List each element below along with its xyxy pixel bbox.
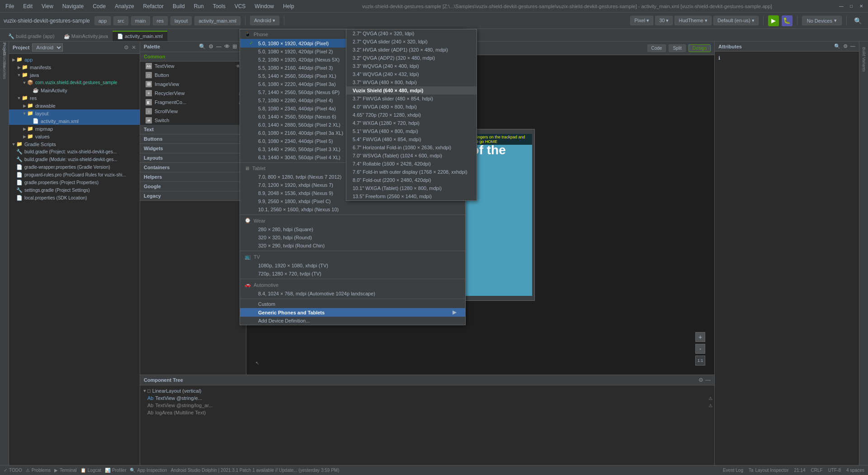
submenu-item-qvga27[interactable]: 2.7" QVGA (240 × 320, ldpi) <box>346 29 476 38</box>
zoom-in-button[interactable]: + <box>695 332 705 342</box>
palette-category-helpers[interactable]: Helpers <box>140 172 246 182</box>
palette-category-google[interactable]: Google <box>140 182 246 191</box>
layout-button[interactable]: layout <box>170 16 192 25</box>
minimize-button[interactable]: — <box>838 3 844 10</box>
menu-view[interactable]: View <box>40 2 55 10</box>
submenu-item-qvga-slider27[interactable]: 2.7" QVGA slider (240 × 320, ldpi) <box>346 38 476 46</box>
dropdown-item-add-device[interactable]: Add Device Definition... <box>240 317 465 325</box>
submenu-item-wxga47[interactable]: 4.7" WXGA (1280 × 720, hdpi) <box>346 119 476 127</box>
fps-dropdown[interactable]: 30 ▾ <box>655 16 673 25</box>
menu-code[interactable]: Code <box>91 2 108 10</box>
palette-item-imageview[interactable]: 🖼 ImageView <box>140 80 246 89</box>
theme-dropdown[interactable]: HudTheme ▾ <box>675 16 711 25</box>
submenu-item-wxga101[interactable]: 10.1" WXGA (Tablet) (1280 × 800, mdpi) <box>346 184 476 192</box>
status-line-col[interactable]: 21:14 <box>794 468 805 473</box>
locale-dropdown[interactable]: Default (en-us) ▾ <box>713 16 759 25</box>
view-mode-code[interactable]: Code <box>647 44 666 52</box>
submenu-item-wvga51[interactable]: 5.1" WVGA (480 × 800, mdpi) <box>346 127 476 135</box>
palette-category-common[interactable]: Common <box>140 52 246 62</box>
tree-item-values[interactable]: ▶ 📁 values <box>9 133 140 140</box>
dropdown-item-generic-phones[interactable]: Generic Phones and Tablets ▶ <box>240 308 465 317</box>
submenu-item-fold-out80[interactable]: 8.0" Fold-out (2200 × 2480, 420dpi) <box>346 176 476 184</box>
status-app-inspection[interactable]: 🔍 App Inspection <box>130 468 167 473</box>
dropdown-item-automotive[interactable]: 8.4, 1024 × 768, mdpi (Automotive 1024p … <box>240 290 465 298</box>
project-view-dropdown[interactable]: Android Project <box>32 43 63 52</box>
sidebar-icon-favorites[interactable]: Favorites <box>1 67 8 74</box>
tree-item-settings-gradle[interactable]: 🔧 settings.gradle (Project Settings) <box>9 186 140 194</box>
menu-analyze[interactable]: Analyze <box>113 2 136 10</box>
tree-item-package[interactable]: ▼ 📦 com.vuzix.shield.devkit.gestures_sam… <box>9 79 140 86</box>
menu-tools[interactable]: Tools <box>211 2 227 10</box>
debug-button[interactable]: 🐛 <box>782 15 793 26</box>
submenu-item-fwvga-slider[interactable]: 3.7" FWVGA slider (480 × 854, hdpi) <box>346 95 476 103</box>
tree-item-mainactivity[interactable]: ☕ MainActivity <box>9 86 140 94</box>
view-mode-split[interactable]: Split <box>669 44 685 52</box>
submenu-item-hvga-slider32[interactable]: 3.2" HVGA slider (ADP1) (320 × 480, mdpi… <box>346 46 476 54</box>
palette-item-recyclerview[interactable]: ≡ RecyclerView ↓ <box>140 89 246 98</box>
tree-item-gradle-scripts[interactable]: ▼ 📁 Gradle Scripts <box>9 140 140 148</box>
pixel-dropdown[interactable]: Pixel ▾ <box>630 16 653 25</box>
tree-item-gradle-wrapper[interactable]: 📄 gradle-wrapper.properties (Gradle Vers… <box>9 163 140 171</box>
menu-run[interactable]: Run <box>192 2 206 10</box>
palette-item-button[interactable]: □ Button <box>140 71 246 80</box>
dropdown-item-square[interactable]: 280 × 280, hdpi (Square) <box>240 225 465 233</box>
attributes-minimize-icon[interactable]: — <box>850 43 855 49</box>
menu-build[interactable]: Build <box>171 2 187 10</box>
dropdown-item-round-chin[interactable]: 320 × 290, tvdpi (Round Chin) <box>240 242 465 250</box>
ct-item-exit-textview[interactable]: Ab TextView @string/e... ⚠ <box>140 394 714 402</box>
android-dropdown[interactable]: Android ▾ <box>250 16 279 25</box>
submenu-item-fold-in76[interactable]: 7.6" Fold-in with outer display (1768 × … <box>346 168 476 176</box>
dropdown-item-round[interactable]: 320 × 320, hdpi (Round) <box>240 233 465 242</box>
palette-category-layouts[interactable]: Layouts <box>140 153 246 163</box>
menu-window[interactable]: Window <box>253 2 276 10</box>
ct-item-logarea[interactable]: Ab logArea (Multiline Text) <box>140 409 714 416</box>
file-button[interactable]: activity_main.xml <box>194 16 241 25</box>
submenu-item-wqvga33[interactable]: 3.3" WQVGA (240 × 400, ldpi) <box>346 62 476 70</box>
dropdown-item-nexus10[interactable]: 10.1, 2560 × 1600, xhdpi (Nexus 10) <box>240 205 465 214</box>
app-button[interactable]: app <box>94 16 111 25</box>
status-utf8[interactable]: UTF-8 <box>828 468 841 473</box>
tree-item-app[interactable]: ▶ 📁 app <box>9 56 140 63</box>
zoom-out-button[interactable]: - <box>695 344 705 354</box>
dropdown-item-custom[interactable]: Custom <box>240 300 465 308</box>
submenu-item-horizontal-fold[interactable]: 6.7" Horizontal Fold-in (1080 × 2636, xx… <box>346 143 476 152</box>
tree-item-res[interactable]: ▼ 📁 res <box>9 94 140 102</box>
tree-item-manifests[interactable]: ▶ 📁 manifests <box>9 63 140 71</box>
tree-item-activity-main[interactable]: 📄 activity_main.xml <box>9 117 140 125</box>
sidebar-icon-build-variants[interactable]: Build Variants <box>860 45 868 74</box>
submenu-item-720p465[interactable]: 4.65" 720p (720 × 1280, xhdpi) <box>346 111 476 119</box>
palette-search-icon[interactable]: 🔍 <box>199 43 206 50</box>
res-button[interactable]: res <box>153 16 168 25</box>
status-indent[interactable]: 4 spaces <box>846 468 864 473</box>
palette-category-widgets[interactable]: Widgets <box>140 144 246 153</box>
component-tree-minimize-icon[interactable]: — <box>705 377 711 383</box>
component-tree-settings-icon[interactable]: ⚙ <box>698 377 703 383</box>
submenu-item-wvga40[interactable]: 4.0" WVGA (480 × 800, hdpi) <box>346 103 476 111</box>
submenu-item-rollable74[interactable]: 7.4" Rollable (1600 × 2428, 420dpi) <box>346 160 476 168</box>
tree-item-drawable[interactable]: ▶ 📁 drawable <box>9 102 140 109</box>
close-button[interactable]: ✕ <box>858 3 864 10</box>
menu-file[interactable]: File <box>4 2 16 10</box>
status-crlf[interactable]: CRLF <box>811 468 823 473</box>
submenu-item-qvga-adp2[interactable]: 3.2" QVGA (ADP2) (320 × 480, mdpi) <box>346 54 476 62</box>
submenu-item-wvga37[interactable]: 3.7" WVGA (480 × 800, hdpi) <box>346 78 476 86</box>
palette-category-containers[interactable]: Containers <box>140 163 246 172</box>
menu-navigate[interactable]: Navigate <box>61 2 85 10</box>
status-terminal[interactable]: ▶ Terminal <box>54 468 77 473</box>
tree-item-proguard[interactable]: 📄 proguard-rules.pro (ProGuard Rules for… <box>9 171 140 179</box>
palette-item-fragmentcontainer[interactable]: ◧ FragmentCo... ↓ <box>140 98 246 107</box>
submenu-item-fwvga54[interactable]: 5.4" FWVGA (480 × 854, mdpi) <box>346 135 476 143</box>
device-submenu[interactable]: 2.7" QVGA (240 × 320, ldpi) 2.7" QVGA sl… <box>346 29 477 201</box>
tree-item-local-properties[interactable]: 📄 local.properties (SDK Location) <box>9 194 140 202</box>
status-todo[interactable]: ✓ TODO <box>4 468 22 473</box>
dropdown-item-tv720p[interactable]: 720p, 1280 × 720, tvdpi (TV) <box>240 270 465 278</box>
tree-item-gradle-properties[interactable]: 📄 gradle.properties (Project Properties) <box>9 179 140 186</box>
attributes-search-icon[interactable]: 🔍 <box>834 43 840 49</box>
project-settings-icon[interactable]: ⚙ <box>124 44 129 51</box>
tree-item-java[interactable]: ▼ 📁 java <box>9 71 140 79</box>
palette-minus-icon[interactable]: — <box>216 43 222 50</box>
status-layout-inspector[interactable]: Ta Layout Inspector <box>749 468 789 473</box>
tab-build-gradle-app[interactable]: 🔧 build.gradle (app) <box>4 31 59 41</box>
palette-grid-icon[interactable]: ⊞ <box>232 43 237 50</box>
global-search-button[interactable]: 🔍 <box>851 16 864 25</box>
